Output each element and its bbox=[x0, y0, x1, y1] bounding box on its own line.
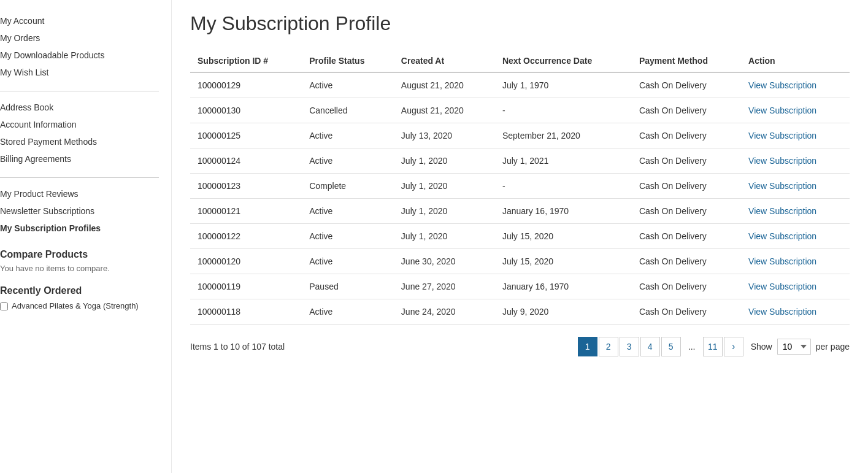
cell-payment_method-5: Cash On Delivery bbox=[632, 199, 741, 224]
cell-created_at-8: June 27, 2020 bbox=[394, 274, 495, 299]
cell-action-6: View Subscription bbox=[741, 224, 850, 249]
sidebar-nav-group-3: My Product Reviews Newsletter Subscripti… bbox=[0, 185, 159, 237]
view-subscription-link-8[interactable]: View Subscription bbox=[748, 282, 816, 291]
subscription-table: Subscription ID # Profile Status Created… bbox=[190, 50, 850, 325]
cell-id-9: 100000118 bbox=[190, 299, 302, 325]
cell-status-8: Paused bbox=[302, 274, 394, 299]
cell-created_at-1: August 21, 2020 bbox=[394, 98, 495, 123]
table-row: 100000123CompleteJuly 1, 2020-Cash On De… bbox=[190, 174, 850, 199]
sidebar-item-account-information[interactable]: Account Information bbox=[0, 116, 159, 133]
sidebar-item-my-product-reviews[interactable]: My Product Reviews bbox=[0, 185, 159, 202]
cell-id-8: 100000119 bbox=[190, 274, 302, 299]
cell-action-5: View Subscription bbox=[741, 199, 850, 224]
cell-status-1: Cancelled bbox=[302, 98, 394, 123]
cell-next_occurrence-2: September 21, 2020 bbox=[495, 123, 632, 148]
cell-id-4: 100000123 bbox=[190, 174, 302, 199]
cell-next_occurrence-3: July 1, 2021 bbox=[495, 148, 632, 174]
view-subscription-link-7[interactable]: View Subscription bbox=[748, 256, 816, 266]
compare-products-section: Compare Products You have no items to co… bbox=[0, 249, 159, 273]
recently-ordered-section: Recently Ordered Advanced Pilates & Yoga… bbox=[0, 285, 159, 310]
page-btn-1[interactable]: 1 bbox=[578, 337, 597, 356]
cell-action-1: View Subscription bbox=[741, 98, 850, 123]
sidebar: My Account My Orders My Downloadable Pro… bbox=[0, 0, 172, 473]
sidebar-divider-1 bbox=[0, 91, 159, 91]
view-subscription-link-6[interactable]: View Subscription bbox=[748, 231, 816, 241]
cell-status-6: Active bbox=[302, 224, 394, 249]
cell-created_at-0: August 21, 2020 bbox=[394, 72, 495, 98]
cell-action-4: View Subscription bbox=[741, 174, 850, 199]
sidebar-item-my-subscription-profiles[interactable]: My Subscription Profiles bbox=[0, 220, 159, 237]
view-subscription-link-4[interactable]: View Subscription bbox=[748, 181, 816, 191]
cell-next_occurrence-7: July 15, 2020 bbox=[495, 249, 632, 274]
cell-created_at-3: July 1, 2020 bbox=[394, 148, 495, 174]
sidebar-item-my-wish-list[interactable]: My Wish List bbox=[0, 64, 159, 81]
compare-products-text: You have no items to compare. bbox=[0, 264, 159, 273]
sidebar-item-stored-payment-methods[interactable]: Stored Payment Methods bbox=[0, 133, 159, 150]
page-btn-11[interactable]: 11 bbox=[703, 337, 723, 356]
col-header-status: Profile Status bbox=[302, 50, 394, 72]
table-row: 100000121ActiveJuly 1, 2020January 16, 1… bbox=[190, 199, 850, 224]
table-header-row: Subscription ID # Profile Status Created… bbox=[190, 50, 850, 72]
col-header-created: Created At bbox=[394, 50, 495, 72]
table-row: 100000118ActiveJune 24, 2020July 9, 2020… bbox=[190, 299, 850, 325]
table-row: 100000125ActiveJuly 13, 2020September 21… bbox=[190, 123, 850, 148]
table-row: 100000129ActiveAugust 21, 2020July 1, 19… bbox=[190, 72, 850, 98]
cell-id-2: 100000125 bbox=[190, 123, 302, 148]
pagination-pages: 1 2 3 4 5 ... 11 › bbox=[578, 337, 743, 356]
page-btn-2[interactable]: 2 bbox=[599, 337, 618, 356]
page-btn-3[interactable]: 3 bbox=[620, 337, 639, 356]
cell-next_occurrence-5: January 16, 1970 bbox=[495, 199, 632, 224]
page-btn-4[interactable]: 4 bbox=[640, 337, 660, 356]
page-btn-next[interactable]: › bbox=[724, 337, 743, 356]
cell-status-5: Active bbox=[302, 199, 394, 224]
recently-ordered-item: Advanced Pilates & Yoga (Strength) bbox=[0, 301, 159, 310]
page-btn-dots: ... bbox=[682, 337, 702, 356]
cell-action-3: View Subscription bbox=[741, 148, 850, 174]
cell-action-9: View Subscription bbox=[741, 299, 850, 325]
sidebar-nav-group-2: Address Book Account Information Stored … bbox=[0, 99, 159, 167]
view-subscription-link-3[interactable]: View Subscription bbox=[748, 156, 816, 166]
view-subscription-link-5[interactable]: View Subscription bbox=[748, 206, 816, 216]
sidebar-item-my-downloadable-products[interactable]: My Downloadable Products bbox=[0, 47, 159, 64]
view-subscription-link-2[interactable]: View Subscription bbox=[748, 131, 816, 140]
sidebar-item-my-account[interactable]: My Account bbox=[0, 12, 159, 29]
recently-ordered-checkbox[interactable] bbox=[0, 302, 8, 310]
cell-created_at-7: June 30, 2020 bbox=[394, 249, 495, 274]
view-subscription-link-9[interactable]: View Subscription bbox=[748, 307, 816, 317]
cell-next_occurrence-9: July 9, 2020 bbox=[495, 299, 632, 325]
table-row: 100000130CancelledAugust 21, 2020-Cash O… bbox=[190, 98, 850, 123]
cell-id-3: 100000124 bbox=[190, 148, 302, 174]
cell-payment_method-9: Cash On Delivery bbox=[632, 299, 741, 325]
cell-next_occurrence-8: January 16, 1970 bbox=[495, 274, 632, 299]
cell-id-6: 100000122 bbox=[190, 224, 302, 249]
cell-payment_method-0: Cash On Delivery bbox=[632, 72, 741, 98]
recently-ordered-title: Recently Ordered bbox=[0, 285, 159, 296]
cell-next_occurrence-1: - bbox=[495, 98, 632, 123]
cell-id-7: 100000120 bbox=[190, 249, 302, 274]
view-subscription-link-1[interactable]: View Subscription bbox=[748, 106, 816, 115]
cell-id-0: 100000129 bbox=[190, 72, 302, 98]
table-row: 100000124ActiveJuly 1, 2020July 1, 2021C… bbox=[190, 148, 850, 174]
cell-created_at-5: July 1, 2020 bbox=[394, 199, 495, 224]
page-btn-5[interactable]: 5 bbox=[661, 337, 681, 356]
cell-next_occurrence-6: July 15, 2020 bbox=[495, 224, 632, 249]
per-page-select[interactable]: 10 20 50 bbox=[777, 339, 811, 355]
pagination-right: 1 2 3 4 5 ... 11 › Show 10 20 50 bbox=[578, 337, 850, 356]
col-header-next-occurrence: Next Occurrence Date bbox=[495, 50, 632, 72]
cell-payment_method-4: Cash On Delivery bbox=[632, 174, 741, 199]
cell-status-0: Active bbox=[302, 72, 394, 98]
sidebar-item-billing-agreements[interactable]: Billing Agreements bbox=[0, 150, 159, 167]
pagination-area: Items 1 to 10 of 107 total 1 2 3 4 5 ...… bbox=[190, 337, 850, 356]
cell-action-8: View Subscription bbox=[741, 274, 850, 299]
sidebar-item-address-book[interactable]: Address Book bbox=[0, 99, 159, 116]
cell-id-1: 100000130 bbox=[190, 98, 302, 123]
cell-action-0: View Subscription bbox=[741, 72, 850, 98]
sidebar-item-my-orders[interactable]: My Orders bbox=[0, 29, 159, 47]
col-header-action: Action bbox=[741, 50, 850, 72]
show-label: Show bbox=[751, 342, 772, 352]
items-total: Items 1 to 10 of 107 total bbox=[190, 342, 285, 352]
view-subscription-link-0[interactable]: View Subscription bbox=[748, 80, 816, 90]
cell-payment_method-1: Cash On Delivery bbox=[632, 98, 741, 123]
cell-next_occurrence-4: - bbox=[495, 174, 632, 199]
sidebar-item-newsletter-subscriptions[interactable]: Newsletter Subscriptions bbox=[0, 202, 159, 220]
